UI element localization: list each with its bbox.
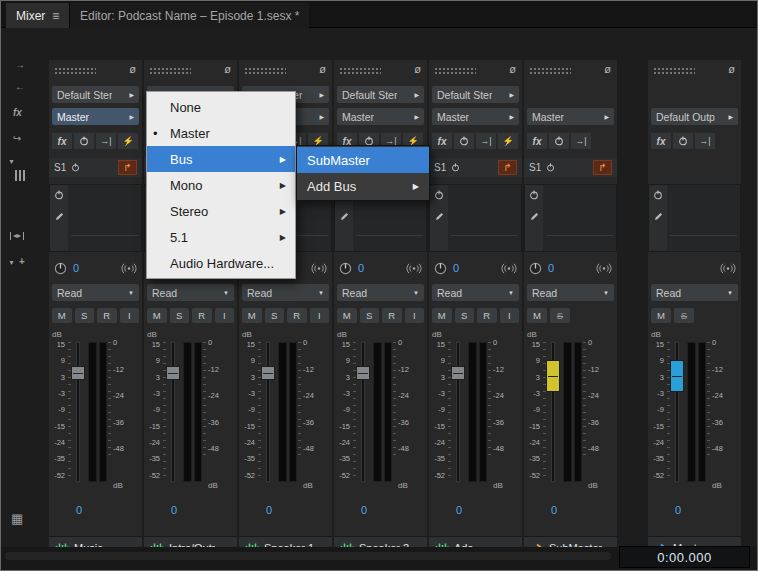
input-select-button[interactable]: Default Ster ▶ (432, 86, 519, 103)
rack-edit-pencil-icon[interactable] (435, 212, 444, 221)
fx-bypass-icon[interactable]: fx (651, 133, 671, 149)
volume-value[interactable]: 0 (68, 504, 90, 516)
horizontal-scrollbar[interactable] (5, 552, 611, 560)
solo-button[interactable]: S (674, 308, 694, 323)
output-select-button[interactable]: Master ▶ (527, 108, 614, 125)
freeze-icon[interactable]: ⚡ (498, 133, 518, 149)
arm-record-button[interactable]: R (477, 308, 497, 323)
fader-handle[interactable] (356, 366, 370, 380)
send-power-icon[interactable] (451, 163, 460, 172)
send-pre-post-icon[interactable]: ↱ (593, 160, 612, 175)
volume-fader[interactable] (545, 342, 561, 482)
automation-mode-button[interactable]: Read ▼ (337, 284, 424, 301)
phase-invert-icon[interactable]: ø (509, 63, 516, 75)
menu-item-mono[interactable]: Mono ▶ (147, 172, 295, 198)
output-monitor-icon[interactable] (720, 263, 736, 274)
automation-mode-button[interactable]: Read ▼ (242, 284, 329, 301)
output-monitor-icon[interactable] (596, 263, 612, 274)
rack-collapse-icon[interactable]: ▼ (8, 158, 15, 165)
solo-button[interactable]: S (75, 308, 95, 323)
effect-slots[interactable] (68, 185, 141, 251)
output-select-button[interactable]: Master ▶ (337, 108, 424, 125)
power-icon[interactable] (74, 133, 94, 149)
rack-edit-pencil-icon[interactable] (55, 212, 64, 221)
output-monitor-icon[interactable] (406, 263, 422, 274)
panel-menu-icon[interactable]: ≡ (52, 9, 59, 23)
mute-button[interactable]: M (52, 308, 72, 323)
rack-edit-pencil-icon[interactable] (530, 212, 539, 221)
volume-fader[interactable] (450, 342, 466, 482)
rack-power-icon[interactable] (434, 190, 444, 200)
fx-bypass-icon[interactable]: fx (527, 133, 547, 149)
rack-power-icon[interactable] (653, 190, 663, 200)
power-icon[interactable] (673, 133, 693, 149)
tab-editor[interactable]: Editor: Podcast Name – Episode 1.sesx * (69, 3, 309, 28)
input-monitor-button[interactable]: I (215, 308, 235, 323)
menu-item-master[interactable]: • Master (147, 120, 295, 146)
power-icon[interactable] (454, 133, 474, 149)
strip-grip[interactable] (653, 67, 695, 74)
send-power-icon[interactable] (546, 163, 555, 172)
sends-rail-icon[interactable]: ↪ (13, 134, 21, 144)
rack-power-icon[interactable] (54, 190, 64, 200)
phase-invert-icon[interactable]: ø (129, 63, 136, 75)
volume-fader[interactable] (260, 342, 276, 482)
send-pre-post-icon[interactable]: ↱ (118, 160, 137, 175)
input-routing-icon[interactable]: → (15, 60, 25, 70)
tab-mixer[interactable]: Mixer ≡ (6, 3, 69, 28)
pan-knob[interactable] (434, 262, 447, 275)
input-select-button[interactable]: Default Ster ▶ (52, 86, 139, 103)
volume-fader[interactable] (165, 342, 181, 482)
phase-invert-icon[interactable]: ø (728, 63, 735, 75)
volume-fader[interactable] (70, 342, 86, 482)
strip-grip[interactable] (434, 67, 476, 74)
fx-rail-icon[interactable]: fx (13, 108, 22, 118)
input-monitor-button[interactable]: I (120, 308, 140, 323)
arm-record-button[interactable]: R (287, 308, 307, 323)
input-monitor-button[interactable]: I (310, 308, 330, 323)
rack-power-icon[interactable] (529, 190, 539, 200)
power-icon[interactable] (549, 133, 569, 149)
volume-value[interactable]: 0 (258, 504, 280, 516)
solo-button[interactable]: S (360, 308, 380, 323)
phase-invert-icon[interactable]: ø (224, 63, 231, 75)
mute-button[interactable]: M (337, 308, 357, 323)
menu-item-none[interactable]: None (147, 94, 295, 120)
volume-fader[interactable] (355, 342, 371, 482)
pre-fader-icon[interactable]: →| (571, 133, 591, 149)
volume-value[interactable]: 0 (163, 504, 185, 516)
phase-invert-icon[interactable]: ø (414, 63, 421, 75)
pre-fader-icon[interactable]: →| (695, 133, 715, 149)
faders-collapse-icon[interactable]: ▼ (8, 259, 15, 266)
automation-mode-button[interactable]: Read ▼ (651, 284, 738, 301)
send-slot-label[interactable]: S1 (434, 162, 446, 173)
freeze-icon[interactable]: ⚡ (118, 133, 138, 149)
strip-grip[interactable] (54, 67, 96, 74)
volume-fader[interactable] (669, 342, 685, 482)
submenu-item-add-bus[interactable]: Add Bus ▶ (297, 173, 429, 199)
fader-handle[interactable] (261, 366, 275, 380)
fader-handle[interactable] (451, 366, 465, 380)
submenu-item-submaster[interactable]: SubMaster (297, 147, 429, 173)
fader-handle[interactable] (166, 366, 180, 380)
automation-mode-button[interactable]: Read ▼ (147, 284, 234, 301)
pan-knob[interactable] (54, 262, 67, 275)
menu-item-audio-hardware[interactable]: Audio Hardware... (147, 250, 295, 276)
output-routing-icon[interactable]: ← (15, 82, 25, 92)
solo-button[interactable]: S (170, 308, 190, 323)
menu-item-bus[interactable]: Bus ▶ (147, 146, 295, 172)
send-power-icon[interactable] (71, 163, 80, 172)
rack-edit-pencil-icon[interactable] (654, 212, 663, 221)
mute-button[interactable]: M (432, 308, 452, 323)
arm-record-button[interactable]: R (192, 308, 212, 323)
menu-item-5-1[interactable]: 5.1 ▶ (147, 224, 295, 250)
send-slot-label[interactable]: S1 (529, 162, 541, 173)
automation-mode-button[interactable]: Read ▼ (432, 284, 519, 301)
pan-knob[interactable] (339, 262, 352, 275)
automation-mode-button[interactable]: Read ▼ (527, 284, 614, 301)
volume-value[interactable]: 0 (667, 504, 689, 516)
automation-mode-button[interactable]: Read ▼ (52, 284, 139, 301)
output-select-button[interactable]: Master ▶ (432, 108, 519, 125)
strip-grip[interactable] (244, 67, 286, 74)
pan-knob[interactable] (529, 262, 542, 275)
